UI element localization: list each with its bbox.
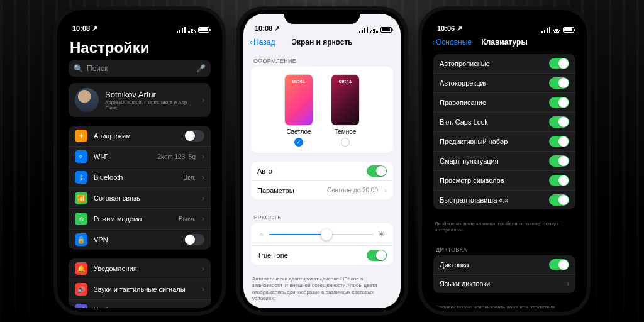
signal-icon — [177, 26, 186, 33]
row-wifi[interactable]: ᯤ Wi-Fi 2kom 123, 5g › — [69, 146, 211, 167]
profile-name: Sotnikov Artur — [105, 90, 196, 99]
row-hotspot[interactable]: ⎋ Режим модема Выкл. › — [69, 208, 211, 229]
chevron-right-icon: › — [202, 173, 204, 182]
battery-icon — [563, 27, 574, 33]
sounds-icon: 🔊 — [75, 283, 87, 296]
row-label: Правописание — [440, 99, 543, 106]
row-value: Вкл. — [183, 174, 196, 181]
appearance-label: Светлое — [284, 128, 313, 135]
section-dictation: ДИКТОВКА — [426, 240, 583, 255]
wifi-icon — [553, 26, 560, 33]
status-indicators — [541, 26, 574, 33]
toggle[interactable] — [549, 194, 569, 206]
row-label: Автокоррекция — [440, 79, 543, 87]
phone-keyboard-black: 10:06 ↗ ‹ Основные Клавиатуры Автопропис… — [422, 10, 587, 312]
row-truetone[interactable]: True Tone — [251, 245, 393, 265]
status-indicators — [177, 26, 209, 33]
toggle[interactable] — [549, 77, 569, 89]
row-bluetooth[interactable]: ᛒ Bluetooth Вкл. › — [69, 167, 211, 187]
row-label: Звуки и тактильные сигналы — [94, 286, 196, 293]
bluetooth-icon: ᛒ — [75, 171, 87, 184]
dictation-toggle[interactable] — [549, 259, 569, 270]
toggle[interactable] — [549, 58, 569, 69]
row-label: Параметры — [257, 187, 321, 194]
row-vpn[interactable]: 🔒 VPN — [69, 229, 211, 250]
notch — [284, 10, 360, 24]
row-label: Не беспокоить — [94, 306, 196, 308]
row-cellular[interactable]: 📶 Сотовая связь › — [69, 187, 211, 208]
row-dict-langs[interactable]: Языки диктовки › — [433, 274, 575, 293]
airplane-toggle[interactable] — [184, 130, 204, 142]
mic-icon[interactable]: 🎤 — [196, 64, 206, 73]
chevron-right-icon: › — [202, 214, 204, 223]
row-label: Диктовка — [440, 261, 543, 269]
brightness-slider-row: ☼ ☀ — [251, 223, 393, 245]
chevron-right-icon: › — [202, 152, 204, 161]
row-sounds[interactable]: 🔊 Звуки и тактильные сигналы › — [69, 279, 211, 299]
apple-id-row[interactable]: Sotnikov Artur Apple ID, iCloud, iTunes … — [69, 83, 211, 117]
row-capslock[interactable]: Вкл. Caps Lock — [433, 112, 575, 131]
dictation-note: Диктовку можно использовать даже при отс… — [426, 302, 583, 308]
signal-icon — [359, 26, 368, 33]
search-icon: 🔍 — [74, 64, 83, 73]
status-time: 10:08 ↗ — [72, 25, 97, 33]
phone-display-light: 10:08 ↗ ‹ Назад Экран и яркость ОФОРМЛЕН… — [240, 10, 404, 312]
appearance-picker: 09:41 Светлое 09:41 Темное — [251, 67, 393, 153]
row-params[interactable]: Параметры Светлое до 20:00 › — [251, 180, 393, 199]
vpn-icon: 🔒 — [75, 233, 87, 246]
settings-group-notifications: 🔔 Уведомления › 🔊 Звуки и тактильные сиг… — [69, 258, 211, 308]
row-label: Смарт-пунктуация — [440, 157, 543, 165]
row-label: Режим модема — [94, 215, 172, 223]
wifi-icon — [188, 26, 196, 33]
truetone-toggle[interactable] — [367, 250, 387, 261]
appearance-dark[interactable]: 09:41 Темное — [331, 74, 360, 147]
search-input[interactable]: 🔍 Поиск 🎤 — [69, 60, 211, 77]
row-label: Вкл. Caps Lock — [440, 118, 543, 126]
row-airplane[interactable]: ✈ Авиарежим — [69, 126, 211, 146]
row-shortcut[interactable]: Быстрая клавиша «.» — [433, 190, 575, 209]
settings-group-connectivity: ✈ Авиарежим ᯤ Wi-Fi 2kom 123, 5g › ᛒ Blu… — [69, 126, 211, 250]
toggle[interactable] — [549, 136, 569, 147]
row-dictation[interactable]: Диктовка — [433, 255, 575, 274]
back-button[interactable]: ‹ Назад — [250, 38, 275, 47]
profile-subtitle: Apple ID, iCloud, iTunes Store и App Sto… — [105, 99, 196, 111]
row-value: Светлое до 20:00 — [327, 187, 378, 194]
row-preview[interactable]: Просмотр символов — [433, 170, 575, 190]
vpn-toggle[interactable] — [184, 234, 204, 245]
battery-icon — [198, 27, 209, 33]
chevron-right-icon: › — [202, 194, 204, 203]
row-autocaps[interactable]: Автопрописные — [433, 54, 575, 73]
cellular-icon: 📶 — [75, 192, 87, 204]
preview-light: 09:41 — [284, 74, 313, 126]
row-value: Выкл. — [179, 216, 196, 223]
preview-dark: 09:41 — [331, 74, 360, 126]
brightness-slider[interactable] — [269, 234, 373, 235]
row-label: Авто — [257, 167, 360, 175]
toggle[interactable] — [549, 116, 569, 128]
airplane-icon: ✈ — [75, 130, 87, 142]
toggle[interactable] — [549, 155, 569, 167]
row-autocorrect[interactable]: Автокоррекция — [433, 73, 575, 92]
appearance-light[interactable]: 09:41 Светлое — [284, 74, 313, 147]
row-auto[interactable]: Авто — [251, 162, 393, 180]
toggle[interactable] — [549, 175, 569, 186]
back-button[interactable]: ‹ Основные — [432, 38, 472, 47]
row-dnd[interactable]: 🌙 Не беспокоить › — [69, 299, 211, 308]
row-spelling[interactable]: Правописание — [433, 92, 575, 112]
toggle[interactable] — [549, 97, 569, 108]
notifications-icon: 🔔 — [75, 262, 87, 275]
row-value: 2kom 123, 5g — [157, 153, 196, 160]
radio-selected[interactable] — [294, 138, 303, 147]
auto-toggle[interactable] — [367, 165, 387, 177]
row-notifications[interactable]: 🔔 Уведомления › — [69, 258, 211, 279]
row-smartpunct[interactable]: Смарт-пунктуация — [433, 151, 575, 170]
row-label: Предиктивный набор — [440, 138, 543, 145]
avatar — [75, 88, 99, 112]
row-label: Просмотр символов — [440, 177, 543, 184]
row-predictive[interactable]: Предиктивный набор — [433, 131, 575, 151]
truetone-note: Автоматически адаптировать дисплей iPhon… — [243, 274, 401, 308]
shortcut-note: Двойное касание клавиши пробела вставляе… — [426, 218, 583, 240]
radio-unselected[interactable] — [341, 138, 350, 147]
phone-settings-dark: 10:08 ↗ Настройки 🔍 Поиск 🎤 Sotnikov Art… — [57, 10, 222, 312]
page-title: Настройки — [61, 33, 218, 60]
